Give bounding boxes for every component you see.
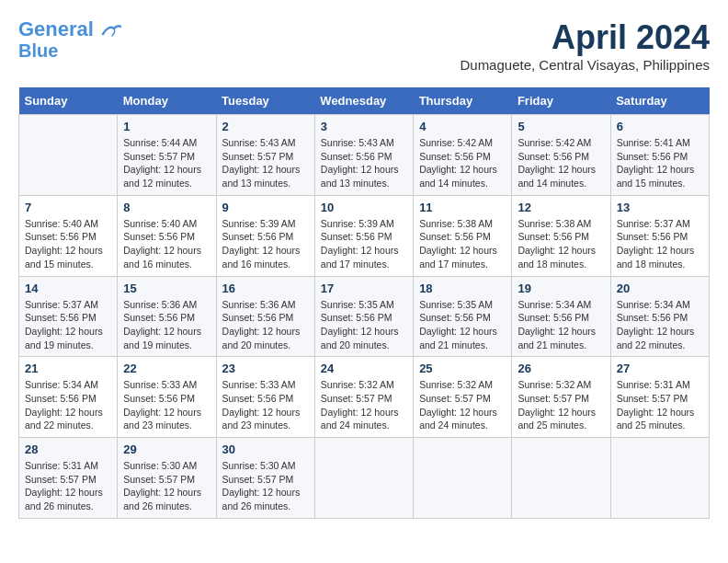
calendar-cell: 19Sunrise: 5:34 AMSunset: 5:56 PMDayligh… [512,276,610,357]
day-info: Sunrise: 5:43 AMSunset: 5:56 PMDaylight:… [321,136,407,190]
calendar-cell: 20Sunrise: 5:34 AMSunset: 5:56 PMDayligh… [610,276,709,357]
calendar-cell: 7Sunrise: 5:40 AMSunset: 5:56 PMDaylight… [19,195,118,276]
calendar-cell: 27Sunrise: 5:31 AMSunset: 5:57 PMDayligh… [610,357,709,438]
logo-blue-text: Blue [18,40,58,61]
day-number: 12 [518,201,604,214]
day-number: 21 [25,362,111,375]
day-number: 18 [419,282,506,295]
day-number: 24 [321,362,407,375]
day-info: Sunrise: 5:42 AMSunset: 5:56 PMDaylight:… [419,136,506,190]
calendar-week-row: 28Sunrise: 5:31 AMSunset: 5:57 PMDayligh… [19,438,710,519]
day-number: 23 [222,362,309,375]
day-number: 10 [321,201,407,214]
calendar-cell: 26Sunrise: 5:32 AMSunset: 5:57 PMDayligh… [512,357,610,438]
day-number: 1 [123,120,210,133]
day-info: Sunrise: 5:34 AMSunset: 5:56 PMDaylight:… [617,298,703,352]
day-number: 14 [25,282,111,295]
calendar-cell: 11Sunrise: 5:38 AMSunset: 5:56 PMDayligh… [414,195,512,276]
calendar-cell: 16Sunrise: 5:36 AMSunset: 5:56 PMDayligh… [216,276,314,357]
day-number: 25 [419,362,506,375]
day-info: Sunrise: 5:35 AMSunset: 5:56 PMDaylight:… [321,298,407,352]
calendar-cell: 21Sunrise: 5:34 AMSunset: 5:56 PMDayligh… [19,357,118,438]
calendar-cell: 12Sunrise: 5:38 AMSunset: 5:56 PMDayligh… [512,195,610,276]
calendar-cell: 6Sunrise: 5:41 AMSunset: 5:56 PMDaylight… [610,115,709,196]
day-number: 13 [617,201,703,214]
day-number: 17 [321,282,407,295]
logo-text: General [18,18,121,40]
day-info: Sunrise: 5:38 AMSunset: 5:56 PMDaylight:… [419,217,506,271]
weekday-header-cell: Monday [118,87,216,115]
day-number: 9 [222,201,309,214]
day-number: 16 [222,282,309,295]
day-info: Sunrise: 5:40 AMSunset: 5:56 PMDaylight:… [25,217,111,271]
calendar-cell: 28Sunrise: 5:31 AMSunset: 5:57 PMDayligh… [19,438,118,519]
title-block: April 2024 Dumaguete, Central Visayas, P… [460,18,710,73]
calendar-body: 1Sunrise: 5:44 AMSunset: 5:57 PMDaylight… [19,115,710,519]
calendar-cell [19,115,118,196]
calendar-week-row: 21Sunrise: 5:34 AMSunset: 5:56 PMDayligh… [19,357,710,438]
calendar-cell: 5Sunrise: 5:42 AMSunset: 5:56 PMDaylight… [512,115,610,196]
day-info: Sunrise: 5:30 AMSunset: 5:57 PMDaylight:… [123,459,210,513]
day-info: Sunrise: 5:37 AMSunset: 5:56 PMDaylight:… [617,217,703,271]
day-info: Sunrise: 5:41 AMSunset: 5:56 PMDaylight:… [617,136,703,190]
day-info: Sunrise: 5:44 AMSunset: 5:57 PMDaylight:… [123,136,210,190]
day-info: Sunrise: 5:39 AMSunset: 5:56 PMDaylight:… [222,217,309,271]
day-info: Sunrise: 5:39 AMSunset: 5:56 PMDaylight:… [321,217,407,271]
weekday-header-row: SundayMondayTuesdayWednesdayThursdayFrid… [19,87,710,115]
day-number: 27 [617,362,703,375]
day-number: 20 [617,282,703,295]
day-number: 5 [518,120,604,133]
calendar-week-row: 7Sunrise: 5:40 AMSunset: 5:56 PMDaylight… [19,195,710,276]
location-text: Dumaguete, Central Visayas, Philippines [460,57,710,73]
day-info: Sunrise: 5:38 AMSunset: 5:56 PMDaylight:… [518,217,604,271]
weekday-header-cell: Thursday [414,87,512,115]
day-info: Sunrise: 5:31 AMSunset: 5:57 PMDaylight:… [25,459,111,513]
weekday-header-cell: Friday [512,87,610,115]
day-number: 30 [222,442,309,456]
logo: General Blue [18,18,121,61]
day-info: Sunrise: 5:31 AMSunset: 5:57 PMDaylight:… [617,378,703,432]
calendar-cell [414,438,512,519]
calendar-cell: 22Sunrise: 5:33 AMSunset: 5:56 PMDayligh… [118,357,216,438]
calendar-cell: 18Sunrise: 5:35 AMSunset: 5:56 PMDayligh… [414,276,512,357]
weekday-header-cell: Sunday [19,87,118,115]
calendar-cell: 4Sunrise: 5:42 AMSunset: 5:56 PMDaylight… [414,115,512,196]
calendar-cell: 1Sunrise: 5:44 AMSunset: 5:57 PMDaylight… [118,115,216,196]
day-info: Sunrise: 5:36 AMSunset: 5:56 PMDaylight:… [222,298,309,352]
day-info: Sunrise: 5:35 AMSunset: 5:56 PMDaylight:… [419,298,506,352]
calendar-cell: 17Sunrise: 5:35 AMSunset: 5:56 PMDayligh… [314,276,413,357]
day-number: 8 [123,201,210,214]
day-number: 2 [222,120,309,133]
calendar-cell: 14Sunrise: 5:37 AMSunset: 5:56 PMDayligh… [19,276,118,357]
calendar-cell: 24Sunrise: 5:32 AMSunset: 5:57 PMDayligh… [314,357,413,438]
day-info: Sunrise: 5:43 AMSunset: 5:57 PMDaylight:… [222,136,309,190]
day-info: Sunrise: 5:40 AMSunset: 5:56 PMDaylight:… [123,217,210,271]
weekday-header-cell: Wednesday [314,87,413,115]
day-number: 6 [617,120,703,133]
day-info: Sunrise: 5:32 AMSunset: 5:57 PMDaylight:… [321,378,407,432]
day-number: 7 [25,201,111,214]
calendar-cell: 3Sunrise: 5:43 AMSunset: 5:56 PMDaylight… [314,115,413,196]
day-number: 3 [321,120,407,133]
day-info: Sunrise: 5:37 AMSunset: 5:56 PMDaylight:… [25,298,111,352]
weekday-header-cell: Tuesday [216,87,314,115]
day-number: 28 [25,442,111,456]
day-number: 15 [123,282,210,295]
calendar-cell: 29Sunrise: 5:30 AMSunset: 5:57 PMDayligh… [118,438,216,519]
calendar-cell: 30Sunrise: 5:30 AMSunset: 5:57 PMDayligh… [216,438,314,519]
day-number: 19 [518,282,604,295]
day-info: Sunrise: 5:42 AMSunset: 5:56 PMDaylight:… [518,136,604,190]
month-title: April 2024 [460,18,710,57]
calendar-cell: 9Sunrise: 5:39 AMSunset: 5:56 PMDaylight… [216,195,314,276]
calendar-cell: 10Sunrise: 5:39 AMSunset: 5:56 PMDayligh… [314,195,413,276]
logo-bird-icon [101,23,121,38]
day-info: Sunrise: 5:32 AMSunset: 5:57 PMDaylight:… [518,378,604,432]
calendar-cell: 8Sunrise: 5:40 AMSunset: 5:56 PMDaylight… [118,195,216,276]
calendar-cell: 25Sunrise: 5:32 AMSunset: 5:57 PMDayligh… [414,357,512,438]
calendar-cell [512,438,610,519]
day-number: 26 [518,362,604,375]
day-info: Sunrise: 5:33 AMSunset: 5:56 PMDaylight:… [123,378,210,432]
day-number: 11 [419,201,506,214]
day-info: Sunrise: 5:34 AMSunset: 5:56 PMDaylight:… [25,378,111,432]
day-info: Sunrise: 5:32 AMSunset: 5:57 PMDaylight:… [419,378,506,432]
